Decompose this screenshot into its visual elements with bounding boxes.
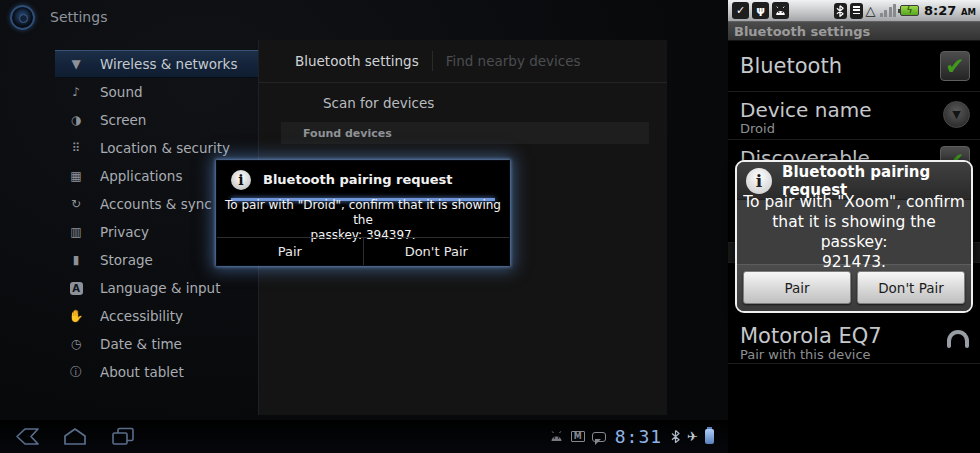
device-row-subtitle: Pair with this device [740,347,871,362]
sidebar-item-label: Wireless & networks [100,56,237,72]
info-icon: ⓘ [67,364,85,381]
sidebar-item-label: Applications [100,168,182,184]
bluetooth-on-icon [834,3,847,19]
sync-icon: ↻ [67,197,85,211]
tablet-app-header: Settings [10,3,107,31]
sidebar-item-label: About tablet [100,364,184,380]
dialog-message-line: 921473. [822,252,886,272]
android-status-icon [549,431,564,442]
bluetooth-toggle-row[interactable]: Bluetooth ✔ [728,41,980,92]
dialog-message-line: To pair with "Droid", confirm that it is… [217,198,509,228]
pair-button[interactable]: Pair [217,238,363,265]
sidebar-item-label: Accessibility [100,308,183,324]
found-devices-header: Found devices [281,122,649,144]
device-name-expander[interactable]: ▼ [943,101,970,128]
dialog-title-bar: i Bluetooth pairing request [217,161,509,198]
tab-separator [432,51,433,71]
sidebar-item-label: Date & time [100,336,182,352]
panel-tabs: Bluetooth settings Find nearby devices [259,40,667,83]
gmail-notification-icon: M [571,431,585,442]
back-button[interactable] [12,426,42,447]
info-icon: i [231,170,251,190]
signal-strength-icon [880,4,897,17]
device-row-name: Motorola EQ7 [740,324,882,348]
privacy-icon: ▥ [67,225,85,239]
headphones-icon [947,330,969,346]
info-icon: i [746,168,772,194]
dialog-title: Bluetooth pairing request [263,172,453,187]
battery-status-icon [705,429,714,444]
usb-connected-icon: ψ [752,2,769,19]
sidebar-item-screen[interactable]: ◑ Screen [55,106,261,134]
tablet-screen: Settings ▼ Wireless & networks ♪ Sound ◑… [0,0,728,453]
sidebar-item-label: Sound [100,84,143,100]
sidebar-item-label: Privacy [100,224,149,240]
location-icon: ⠿ [67,141,85,155]
dialog-message: To pair with "Droid", confirm that it is… [217,201,509,239]
screen-icon: ◑ [67,113,85,127]
wireless-icon: ▼ [67,57,85,71]
hotspot-icon [850,3,863,19]
phone-screen: ✓ ψ △ ϟ 8:27 AM Bluetooth settings Bluet… [728,0,980,453]
sidebar-item-label: Storage [100,252,153,268]
accessibility-icon: ✋ [67,309,85,323]
sound-icon: ♪ [67,85,85,99]
sidebar-item-wireless-networks[interactable]: ▼ Wireless & networks [55,50,261,78]
app-title: Settings [50,9,107,25]
home-button[interactable] [60,426,90,447]
phone-title-bar: Bluetooth settings [728,22,980,41]
phone-clock: 8:27 AM [924,3,976,18]
dialog-message-line: that it is showing the passkey: [737,212,971,252]
sidebar-item-label: Screen [100,112,146,128]
clock-icon: ◷ [67,337,85,351]
battery-charging-icon: ϟ [900,5,919,16]
tab-bluetooth-settings[interactable]: Bluetooth settings [295,53,419,69]
storage-icon: ▮ [67,253,85,267]
sidebar-item-label: Location & security [100,140,230,156]
bluetooth-row-label: Bluetooth [740,54,842,78]
status-tray[interactable]: M 8:31 ✈ [549,420,714,453]
sidebar-item-language-input[interactable]: A Language & input [55,274,261,302]
device-name-value: Droid [740,121,775,136]
device-name-label: Device name [740,98,871,122]
pair-button[interactable]: Pair [743,271,851,304]
tablet-system-bar: M 8:31 ✈ [0,420,728,453]
tab-find-nearby-devices[interactable]: Find nearby devices [446,53,581,69]
settings-app-icon [10,5,35,30]
sidebar-item-about-tablet[interactable]: ⓘ About tablet [55,358,261,386]
tablet-clock: 8:31 [615,426,662,447]
android-debug-icon [772,2,789,19]
sidebar-item-accessibility[interactable]: ✋ Accessibility [55,302,261,330]
sidebar-item-label: Accounts & sync [100,196,212,212]
phone-pairing-dialog: i Bluetooth pairing request To pair with… [735,160,973,313]
phone-status-bar: ✓ ψ △ ϟ 8:27 AM [728,0,980,22]
device-row-motorola-eq7[interactable]: Motorola EQ7 Pair with this device [728,320,980,364]
applications-icon: ▦ [67,169,85,183]
dialog-message: To pair with "Xoom", confirm that it is … [737,200,971,264]
screenshot-root: Settings ▼ Wireless & networks ♪ Sound ◑… [0,0,980,453]
chevron-down-icon: ▼ [952,108,960,121]
roaming-triangle-icon: △ [866,4,876,17]
download-done-icon: ✓ [732,2,749,19]
bluetooth-checkbox[interactable]: ✔ [940,51,970,81]
dialog-button-row: Pair Don't Pair [217,237,509,265]
sidebar-item-date-time[interactable]: ◷ Date & time [55,330,261,358]
sidebar-item-sound[interactable]: ♪ Sound [55,78,261,106]
tablet-pairing-dialog: i Bluetooth pairing request To pair with… [216,160,510,266]
sidebar-item-location-security[interactable]: ⠿ Location & security [55,134,261,162]
dont-pair-button[interactable]: Don't Pair [364,238,510,265]
clock-ampm: AM [961,7,976,17]
navigation-buttons [12,426,138,447]
bluetooth-status-icon [671,430,680,443]
recent-apps-button[interactable] [108,426,138,447]
checkmark-icon: ✔ [945,55,964,78]
language-icon: A [67,281,85,295]
scan-for-devices-button[interactable]: Scan for devices [323,95,434,111]
airplane-mode-icon: ✈ [687,429,698,444]
dialog-message-line: To pair with "Xoom", confirm [743,192,965,212]
talk-notification-icon [592,432,606,442]
sidebar-item-label: Language & input [100,280,220,296]
device-name-row[interactable]: Device name Droid ▼ [728,92,980,140]
dont-pair-button[interactable]: Don't Pair [857,271,965,304]
